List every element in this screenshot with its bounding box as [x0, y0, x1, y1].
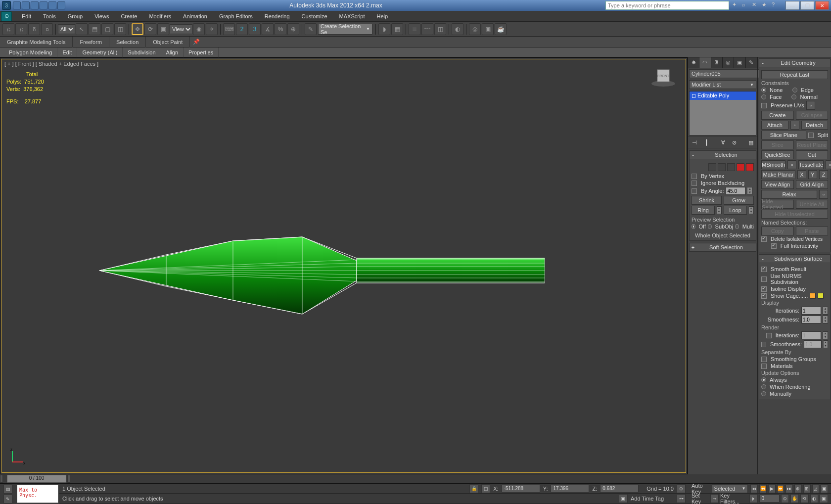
subobj-edge-icon[interactable] — [718, 163, 726, 171]
preview-subobj-radio[interactable] — [708, 224, 712, 229]
planar-x-button[interactable]: X — [797, 170, 806, 179]
subobj-polygon-icon[interactable] — [737, 163, 744, 171]
coord-x-input[interactable]: -511.288 — [502, 485, 540, 493]
remove-modifier-icon[interactable]: ⊘ — [730, 138, 739, 147]
named-selection-dropdown[interactable]: Create Selection Se▼ — [318, 24, 372, 35]
selection-filter-dropdown[interactable]: All — [58, 24, 75, 34]
curve-editor-icon[interactable]: 〰 — [421, 23, 433, 35]
app-menu-button[interactable]: 3 — [2, 1, 11, 10]
play-icon[interactable]: ▶ — [768, 484, 776, 493]
coord-y-input[interactable]: 17.396 — [551, 485, 589, 493]
key-icon[interactable]: ⊸ — [710, 494, 719, 503]
menu-edit[interactable]: Edit — [16, 11, 37, 22]
time-slider-handle[interactable]: 0 / 100 — [7, 475, 66, 483]
constraint-none-radio[interactable] — [761, 88, 766, 92]
window-crossing-icon[interactable]: ◫ — [114, 23, 126, 35]
display-iterations-spin-buttons[interactable]: ▲▼ — [823, 307, 828, 315]
create-button[interactable]: Create — [761, 111, 794, 120]
collapse-button[interactable]: Collapse — [796, 111, 829, 120]
lock-selection-icon[interactable]: 🔒 — [469, 484, 478, 493]
qat-new-icon[interactable] — [13, 1, 21, 9]
rotate-icon[interactable]: ⟳ — [144, 23, 156, 35]
key-mode-icon[interactable]: ⏵ — [749, 494, 758, 503]
qat-redo-icon[interactable] — [48, 1, 56, 9]
cmdtab-motion-icon[interactable]: ◎ — [723, 57, 734, 68]
cmdtab-modify-icon[interactable]: ◠ — [699, 57, 711, 68]
subobj-element-icon[interactable] — [746, 163, 754, 171]
modifier-list-dropdown[interactable]: Modifier List▼ — [689, 80, 756, 89]
help-search-input[interactable] — [605, 1, 729, 10]
select-object-icon[interactable]: ↖ — [76, 23, 88, 35]
msmooth-button[interactable]: MSmooth — [761, 160, 785, 169]
render-icon[interactable]: ☕ — [495, 23, 507, 35]
make-planar-button[interactable]: Make Planar — [761, 170, 795, 179]
rollout-subdiv-header[interactable]: -Subdivision Surface — [759, 254, 831, 263]
unlink-icon[interactable]: ⩄ — [41, 23, 53, 35]
nav-zoom-icon[interactable]: ⊕ — [794, 484, 802, 493]
unhide-all-button[interactable]: Unhide All — [796, 200, 829, 209]
snap-3d-icon[interactable]: 3 — [249, 23, 261, 35]
cage-color-2[interactable] — [818, 293, 824, 299]
display-iterations-spinner[interactable]: 1 — [801, 307, 821, 315]
render-iterations-checkbox[interactable] — [766, 333, 772, 338]
scale-icon[interactable]: ▣ — [157, 23, 169, 35]
next-frame-icon[interactable]: ⏩ — [777, 484, 785, 493]
rollout-editgeo-header[interactable]: -Edit Geometry — [759, 58, 831, 67]
nav-zoom-all-icon[interactable]: ⊞ — [803, 484, 811, 493]
move-icon[interactable]: ✥ — [132, 23, 143, 35]
subribbon-geometry[interactable]: Geometry (All) — [77, 47, 123, 57]
sep-materials-checkbox[interactable] — [761, 364, 767, 369]
render-iterations-spin-buttons[interactable]: ▲▼ — [823, 331, 828, 339]
favorites-icon[interactable]: ★ — [762, 1, 770, 9]
ribbon-tab-objectpaint[interactable]: Object Paint — [146, 37, 190, 47]
schematic-view-icon[interactable]: ◫ — [434, 23, 446, 35]
msmooth-settings-button[interactable]: ▫ — [787, 160, 796, 169]
object-name-input[interactable] — [689, 69, 762, 78]
preview-off-radio[interactable] — [692, 224, 695, 229]
subobj-vertex-icon[interactable] — [708, 163, 716, 171]
qat-undo-icon[interactable] — [40, 1, 47, 9]
show-end-result-icon[interactable]: ┃ — [702, 138, 711, 147]
named-selection-edit-icon[interactable]: ✎ — [305, 23, 317, 35]
cmdtab-create-icon[interactable]: ✸ — [688, 57, 699, 68]
menu-group[interactable]: Group — [62, 11, 89, 22]
delete-isolated-checkbox[interactable] — [761, 236, 767, 242]
communication-center-icon[interactable]: ⊶ — [677, 494, 686, 503]
configure-sets-icon[interactable]: ▤ — [746, 138, 755, 147]
menu-customize[interactable]: Customize — [296, 11, 333, 22]
render-smoothness-spin-buttons[interactable]: ▲▼ — [824, 340, 828, 348]
material-editor-icon[interactable]: ◐ — [452, 23, 463, 35]
hide-unselected-button[interactable]: Hide Unselected — [761, 210, 828, 219]
render-iterations-spinner[interactable]: 1 — [801, 331, 821, 339]
menu-modifiers[interactable]: Modifiers — [143, 11, 177, 22]
maxscript-listener-icon[interactable]: ✎ — [3, 495, 12, 504]
nav-fov-icon[interactable]: ◿ — [812, 484, 820, 493]
menu-views[interactable]: Views — [89, 11, 115, 22]
select-region-icon[interactable]: ▢ — [101, 23, 113, 35]
subobj-border-icon[interactable] — [727, 163, 735, 171]
ring-button[interactable]: Ring — [692, 206, 715, 215]
ribbon-tab-selection[interactable]: Selection — [109, 37, 146, 47]
time-tag-icon[interactable]: ▣ — [619, 494, 628, 503]
paste-selection-button[interactable]: Paste — [796, 227, 829, 235]
nav-orbit-icon[interactable]: ⟲ — [800, 494, 809, 503]
subribbon-edit[interactable]: Edit — [57, 47, 77, 57]
qat-open-icon[interactable] — [22, 1, 30, 9]
menu-animation[interactable]: Animation — [177, 11, 213, 22]
isoline-checkbox[interactable] — [761, 286, 767, 292]
render-smoothness-checkbox[interactable] — [761, 342, 766, 347]
angle-spinner[interactable]: 45.0 — [726, 187, 745, 195]
ribbon-pin-icon[interactable]: 📌 — [193, 39, 200, 45]
key-filters-button[interactable]: Key Filters... — [720, 493, 748, 504]
shrink-button[interactable]: Shrink — [692, 196, 722, 205]
quickslice-button[interactable]: QuickSlice — [761, 150, 794, 159]
use-nurms-checkbox[interactable] — [761, 276, 767, 282]
ref-coord-dropdown[interactable]: View — [170, 24, 192, 34]
time-slider[interactable]: 0 / 100 — [0, 474, 689, 483]
rendered-frame-icon[interactable]: ▣ — [482, 23, 494, 35]
subscription-icon[interactable]: ⌕ — [742, 1, 750, 9]
subribbon-align[interactable]: Align — [161, 47, 184, 57]
smooth-result-checkbox[interactable] — [761, 267, 767, 272]
attach-button[interactable]: Attach — [761, 121, 788, 130]
goto-start-icon[interactable]: ⏮ — [750, 484, 758, 493]
